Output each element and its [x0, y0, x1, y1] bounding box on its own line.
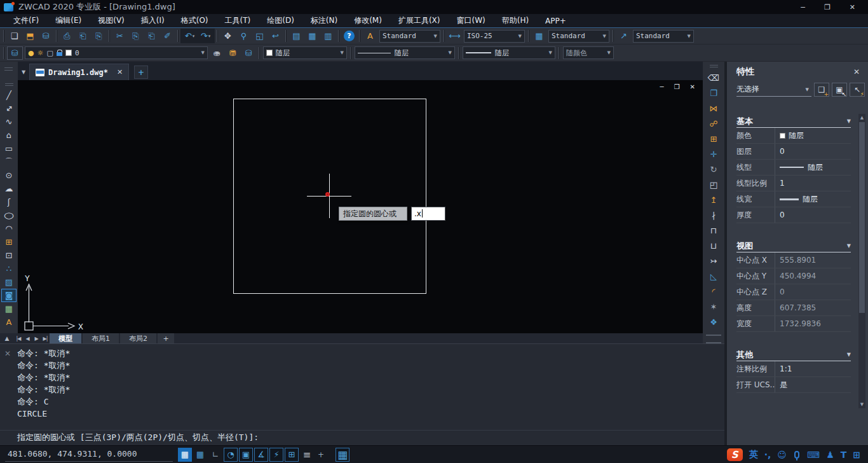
layout-tab-layout1[interactable]: 布局1	[83, 333, 119, 343]
workspace-toggle-icon[interactable]: ▦	[336, 448, 349, 462]
layout-tab-model[interactable]: 模型	[50, 333, 81, 343]
menu-item[interactable]: 工具(T)	[217, 15, 259, 26]
break-at-point-icon[interactable]: ⊓	[705, 223, 722, 238]
property-value[interactable]: 1732.9836	[775, 319, 851, 328]
ime-toolbox-icon[interactable]: ⊞	[853, 450, 860, 460]
property-value[interactable]: 是	[775, 380, 851, 390]
hatch-icon[interactable]: ▨	[1, 275, 17, 289]
drawing-tab[interactable]: Drawing1.dwg* ✕	[29, 64, 129, 80]
combo-arrow-icon[interactable]: ▼	[341, 50, 344, 55]
dim-style-icon[interactable]: ⟷	[447, 29, 462, 43]
property-value[interactable]: 随层	[775, 130, 851, 141]
section-collapse-icon[interactable]: ▼	[847, 352, 851, 357]
mirror-icon[interactable]: ⋈	[705, 100, 722, 116]
doc-minimize-icon[interactable]: ─	[660, 83, 664, 90]
design-center-icon[interactable]: ▥	[321, 29, 336, 43]
menu-item[interactable]: 文件(F)	[5, 15, 47, 26]
table-style-icon[interactable]: ▦	[532, 29, 546, 43]
combo-arrow-icon[interactable]: ▼	[549, 50, 552, 55]
zoom-previous-icon[interactable]: ↩	[268, 29, 283, 43]
property-value[interactable]: 0	[775, 147, 851, 156]
property-value[interactable]: 555.8901	[775, 256, 851, 265]
dynamic-input-icon[interactable]: ⊞	[285, 448, 299, 462]
blend-icon[interactable]: ✶	[705, 299, 722, 314]
make-object-layer-current-icon[interactable]: ⛃	[226, 46, 240, 60]
scale-icon[interactable]: ◰	[705, 177, 722, 192]
menu-item[interactable]: 插入(I)	[133, 15, 173, 26]
toolbar-handle[interactable]	[706, 335, 721, 343]
scrollbar-thumb[interactable]	[859, 122, 865, 313]
copy-icon[interactable]: ❐	[705, 85, 722, 100]
arc-icon[interactable]: ⌒	[1, 155, 17, 169]
array-icon[interactable]: ⊞	[705, 131, 722, 146]
plotstyle-combo[interactable]: 随颜色▼	[563, 46, 614, 59]
properties-close-icon[interactable]: ✕	[853, 67, 860, 76]
layer-states-icon[interactable]: ⛁	[241, 46, 256, 60]
command-prompt[interactable]: 指定圆的圆心或 [三点(3P)/两点(2P)/切点、切点、半径(T)]:	[0, 430, 724, 445]
polar-tracking-icon[interactable]: ◔	[224, 448, 238, 462]
command-panel[interactable]: ✕ 命令: *取消*命令: *取消*命令: *取消*命令: *取消*命令: CC…	[0, 343, 724, 445]
drawing-canvas[interactable]: ─❐✕ 指定圆的圆心或 .x Y	[18, 80, 703, 333]
construction-line-icon[interactable]: ↔	[1, 102, 17, 115]
customization-menu-icon[interactable]: ≡	[300, 448, 314, 462]
minimize-button[interactable]: ─	[801, 3, 805, 11]
section-header[interactable]: 视图▼	[736, 240, 851, 252]
offset-icon[interactable]: ☍	[705, 116, 722, 131]
copy-clipboard-icon[interactable]: ⎘	[128, 29, 143, 43]
command-close-icon[interactable]: ✕	[4, 349, 11, 358]
combo-arrow-icon[interactable]: ▼	[434, 34, 437, 39]
quick-select-button[interactable]: ❑+	[814, 83, 829, 97]
table-icon[interactable]: ▦	[1, 302, 17, 315]
insert-block-icon[interactable]: ⊞	[1, 235, 17, 249]
redo-dropdown-icon[interactable]: ▾	[208, 34, 211, 39]
table-style-combo[interactable]: Standard▼	[548, 30, 609, 43]
text-style-combo[interactable]: Standard▼	[379, 30, 440, 43]
mtext-icon[interactable]: A	[1, 315, 17, 329]
menu-item[interactable]: 编辑(E)	[47, 15, 90, 26]
menu-item[interactable]: 格式(O)	[173, 15, 217, 26]
add-layout-button[interactable]: +	[158, 333, 174, 343]
multileader-style-icon[interactable]: ↗	[616, 29, 631, 43]
ortho-icon[interactable]: ∟	[208, 448, 222, 462]
ime-user-icon[interactable]: ♟	[826, 450, 834, 460]
print-preview-icon[interactable]: ⎗	[76, 29, 90, 43]
layer-combo[interactable]: ●☼▢0▼	[25, 46, 208, 59]
dim-style-combo[interactable]: ISO-25▼	[464, 30, 525, 43]
layer-manager-icon[interactable]: ⛁	[7, 46, 23, 60]
select-objects-button[interactable]: ▣↖	[832, 83, 847, 97]
section-header[interactable]: 基本▼	[736, 115, 851, 128]
drawing-tabs-menu-button[interactable]: ▼	[18, 64, 29, 80]
undo-dropdown-icon[interactable]: ▾	[193, 34, 195, 39]
combo-arrow-icon[interactable]: ▼	[449, 50, 452, 55]
lineweight-combo[interactable]: 随层▼	[463, 46, 555, 59]
selection-filter-combo[interactable]: 无选择 ▼	[736, 83, 811, 97]
next-tab-button[interactable]: ▶	[32, 336, 41, 342]
ellipse-icon[interactable]: ○	[1, 209, 17, 222]
rotate-icon[interactable]: ↻	[705, 162, 722, 177]
zoom-window-icon[interactable]: ◱	[252, 29, 267, 43]
snap-icon[interactable]: ▦	[178, 448, 192, 462]
property-value[interactable]: 0	[775, 287, 851, 296]
line-icon[interactable]: ╱	[1, 88, 17, 102]
ime-punctuation-icon[interactable]: ·,	[764, 450, 771, 460]
polyline-icon[interactable]: ∿	[1, 115, 17, 128]
mleader-style-combo[interactable]: Standard▼	[633, 30, 694, 43]
match-properties-icon[interactable]: ✐	[160, 29, 175, 43]
help-icon[interactable]: ?	[342, 29, 356, 43]
color-combo[interactable]: 随层▼	[263, 46, 347, 59]
explode-icon[interactable]: ❖	[705, 314, 722, 329]
ime-emoji-icon[interactable]: ☺	[777, 450, 787, 460]
object-snap-icon[interactable]: ▣	[239, 448, 253, 462]
coordinates-display[interactable]: 481.0680, 474.9311, 0.0000	[5, 448, 173, 462]
menu-item[interactable]: 帮助(H)	[494, 15, 537, 26]
new-file-icon[interactable]: ❏	[7, 29, 22, 43]
doc-restore-icon[interactable]: ❐	[674, 83, 680, 90]
layer-previous-icon[interactable]: ⛂	[210, 46, 224, 60]
doc-close-icon[interactable]: ✕	[690, 83, 695, 90]
ime-skin-icon[interactable]: T	[841, 450, 847, 460]
tool-palettes-icon[interactable]: ▦	[305, 29, 320, 43]
sogou-ime-logo[interactable]: S	[727, 448, 743, 461]
combo-arrow-icon[interactable]: ▼	[688, 34, 691, 39]
publish-icon[interactable]: ⎘	[92, 29, 106, 43]
polygon-icon[interactable]: ⌂	[1, 128, 17, 142]
